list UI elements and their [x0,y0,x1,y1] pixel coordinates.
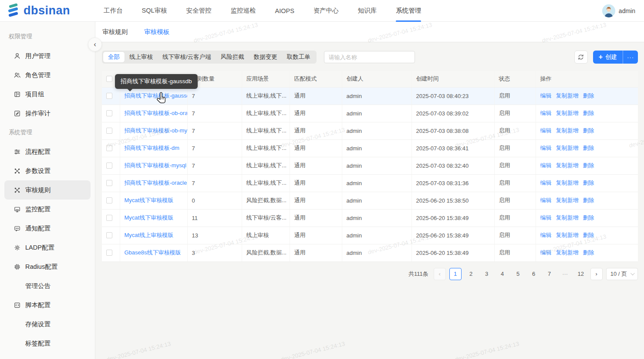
filter-线上审核[interactable]: 线上审核 [125,52,158,62]
pagination-page-5[interactable]: 5 [512,268,524,280]
action-link-编辑[interactable]: 编辑 [540,214,552,221]
template-name-link[interactable]: Mycat线下审核模版 [125,214,174,221]
template-name-link[interactable]: 招商线下审核模板-oracle [125,180,187,186]
action-link-删除[interactable]: 删除 [583,197,594,203]
action-link-删除[interactable]: 删除 [583,162,594,169]
pagination-next-button[interactable]: › [590,268,603,280]
sidebar-item-角色管理[interactable]: 角色管理 [4,65,91,85]
top-nav-item-监控巡检[interactable]: 监控巡检 [231,0,256,22]
page-size-select[interactable]: 10 / 页 [606,268,638,280]
refresh-button[interactable] [574,51,588,64]
search-input[interactable] [324,51,415,63]
action-link-删除[interactable]: 删除 [583,249,594,256]
create-button[interactable]: + 创建 [593,51,623,64]
sidebar-item-项目组[interactable]: 项目组 [4,85,91,104]
top-nav-item-系统管理[interactable]: 系统管理 [396,0,421,22]
action-link-编辑[interactable]: 编辑 [540,180,552,186]
action-link-删除[interactable]: 删除 [583,214,594,221]
filter-取数工单[interactable]: 取数工单 [282,52,315,62]
sidebar-item-脚本配置[interactable]: 脚本配置 [4,295,91,315]
action-link-删除[interactable]: 删除 [583,232,594,238]
action-link-编辑[interactable]: 编辑 [540,92,552,99]
filter-数据变更[interactable]: 数据变更 [249,52,282,62]
template-name-link[interactable]: 招商线下审核模板-ob-mysql [125,127,188,134]
row-checkbox[interactable] [106,180,112,186]
select-all-checkbox[interactable] [106,76,112,82]
action-link-删除[interactable]: 删除 [583,110,594,116]
row-checkbox[interactable] [106,197,112,203]
sidebar-item-参数设置[interactable]: 参数设置 [4,161,91,180]
action-link-编辑[interactable]: 编辑 [540,249,552,256]
action-link-复制新增[interactable]: 复制新增 [556,127,579,134]
action-link-编辑[interactable]: 编辑 [540,232,552,238]
action-link-删除[interactable]: 删除 [583,127,594,134]
action-link-复制新增[interactable]: 复制新增 [556,232,579,238]
row-checkbox[interactable] [106,128,112,134]
sidebar-item-存储设置[interactable]: 存储设置 [4,315,91,334]
pagination-page-1[interactable]: 1 [449,268,462,280]
template-name-link[interactable]: 招商线下审核模板-mysql [125,162,186,169]
action-link-编辑[interactable]: 编辑 [540,110,552,116]
action-link-编辑[interactable]: 编辑 [540,197,552,203]
action-link-编辑[interactable]: 编辑 [540,162,552,169]
sidebar-item-监控配置[interactable]: 监控配置 [4,200,91,219]
pagination-page-2[interactable]: 2 [465,268,477,280]
tab-审核规则[interactable]: 审核规则 [102,28,128,36]
top-nav-item-工作台[interactable]: 工作台 [104,0,123,22]
template-name-link[interactable]: Mycat线上审核模版 [125,232,174,238]
top-nav-item-SQL审核[interactable]: SQL审核 [142,0,167,22]
top-nav-item-资产中心[interactable]: 资产中心 [314,0,339,22]
action-link-删除[interactable]: 删除 [583,92,594,99]
tab-审核模板[interactable]: 审核模板 [144,28,169,36]
more-actions-button[interactable]: ··· [623,51,638,64]
filter-风险拦截[interactable]: 风险拦截 [216,52,249,62]
pagination-prev-button[interactable]: ‹ [434,268,446,280]
row-checkbox[interactable] [106,232,112,238]
row-checkbox[interactable] [106,250,112,256]
action-link-删除[interactable]: 删除 [583,145,594,151]
row-checkbox[interactable] [106,145,112,151]
row-checkbox[interactable] [106,215,112,221]
action-link-复制新增[interactable]: 复制新增 [556,92,579,99]
sidebar-item-用户管理[interactable]: 用户管理 [4,46,91,65]
filter-全部[interactable]: 全部 [103,52,125,62]
user-box[interactable]: admin [602,4,644,17]
sidebar-item-标签配置[interactable]: 标签配置 [4,334,91,353]
action-link-复制新增[interactable]: 复制新增 [556,249,579,256]
row-checkbox[interactable] [106,163,112,169]
sidebar-item-LADP配置[interactable]: LADP配置 [4,238,91,257]
pagination-page-7[interactable]: 7 [543,268,556,280]
action-link-复制新增[interactable]: 复制新增 [556,110,579,116]
top-nav-item-知识库[interactable]: 知识库 [358,0,377,22]
filter-线下审核/云客户端[interactable]: 线下审核/云客户端 [158,52,216,62]
action-link-复制新增[interactable]: 复制新增 [556,180,579,186]
action-link-复制新增[interactable]: 复制新增 [556,214,579,221]
pagination-page-6[interactable]: 6 [528,268,540,280]
template-name-link[interactable]: 招商线下审核模板-dm [125,145,179,151]
pagination-ellipsis[interactable]: ··· [559,268,571,280]
action-link-复制新增[interactable]: 复制新增 [556,145,579,151]
row-checkbox[interactable] [106,93,112,99]
sidebar-item-通知配置[interactable]: 通知配置 [4,219,91,238]
sidebar-item-审核规则[interactable]: 审核规则 [4,180,91,200]
pagination-page-4[interactable]: 4 [496,268,509,280]
sidebar-item-管理公告[interactable]: 管理公告 [4,276,91,295]
action-link-编辑[interactable]: 编辑 [540,145,552,151]
sidebar-item-操作审计[interactable]: 操作审计 [4,104,91,123]
action-link-编辑[interactable]: 编辑 [540,127,552,134]
template-name-link[interactable]: 招商线下审核模板-ob-oracle [125,110,188,116]
sidebar-collapse-button[interactable]: ‹ [88,37,102,51]
pagination-page-3[interactable]: 3 [481,268,493,280]
action-link-删除[interactable]: 删除 [583,180,594,186]
action-link-复制新增[interactable]: 复制新增 [556,197,579,203]
pagination-page-12[interactable]: 12 [575,268,587,280]
top-nav-item-安全管控[interactable]: 安全管控 [186,0,212,22]
sidebar-item-流程配置[interactable]: 流程配置 [4,142,91,161]
action-link-复制新增[interactable]: 复制新增 [556,162,579,169]
template-name-link[interactable]: 招商线下审核模板-gaussdb [125,92,188,99]
sidebar-item-Radius配置[interactable]: Radius配置 [4,257,91,276]
template-name-link[interactable]: Gbase8s线下审核模版 [125,249,181,256]
top-nav-item-AIOPS[interactable]: AIOPS [275,0,294,22]
template-name-link[interactable]: Mycat线下审核模版 [125,197,174,203]
row-checkbox[interactable] [106,110,112,116]
